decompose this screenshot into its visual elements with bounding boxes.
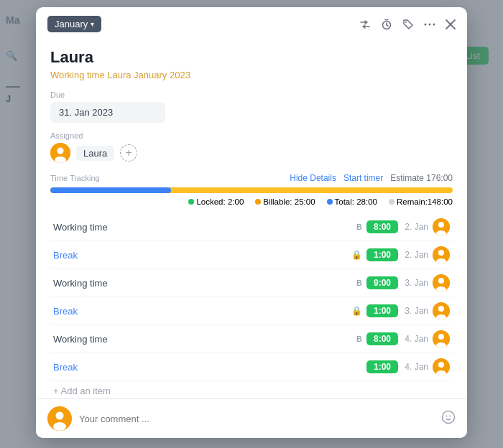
more-icon — [424, 23, 435, 26]
add-assignee-button[interactable]: + — [120, 144, 137, 162]
row-name: Working time — [53, 334, 147, 345]
emoji-button[interactable] — [441, 410, 456, 428]
row-name: Working time — [53, 278, 147, 289]
time-badge[interactable]: 8:00 — [366, 220, 398, 233]
table-row: Working time B 9:00 3. Jan — [50, 269, 453, 297]
task-modal: January ▾ — [36, 7, 467, 438]
tracking-rows-container: Working time B 8:00 2. Jan Break — [50, 213, 453, 398]
table-row: Break 🔒 1:00 2. Jan — [50, 241, 453, 269]
svg-point-28 — [53, 422, 66, 431]
row-avatar — [433, 330, 450, 347]
svg-point-6 — [57, 148, 64, 154]
progress-bar — [50, 187, 453, 193]
svg-point-15 — [438, 278, 444, 284]
time-badge[interactable]: 9:00 — [366, 276, 398, 289]
header-left: January ▾ — [47, 16, 101, 32]
svg-point-2 — [425, 23, 427, 25]
timer-icon — [381, 19, 392, 30]
row-name: Working time — [53, 222, 147, 233]
svg-point-30 — [446, 415, 448, 416]
shuffle-icon-button[interactable] — [359, 19, 371, 30]
svg-point-4 — [433, 23, 435, 25]
estimate-label: Estimate 176:00 — [390, 173, 453, 183]
stat-total: Total: 28:00 — [327, 197, 377, 206]
due-value[interactable]: 31. Jan 2023 — [50, 102, 165, 123]
tag-icon — [402, 19, 414, 30]
b-icon: B — [356, 223, 362, 231]
due-section: Due 31. Jan 2023 — [50, 90, 453, 131]
time-tracking-label: Time Tracking — [50, 174, 100, 182]
start-timer-link[interactable]: Start timer — [343, 173, 383, 183]
time-tracking-header: Time Tracking Hide Details Start timer E… — [50, 173, 453, 183]
time-tracking-actions: Hide Details Start timer Estimate 176:00 — [290, 173, 453, 183]
close-button[interactable] — [446, 19, 456, 29]
time-stats: Locked: 2:00 Billable: 25:00 Total: 28:0… — [50, 197, 453, 206]
svg-point-1 — [405, 22, 407, 23]
modal-backdrop: January ▾ — [0, 0, 503, 448]
time-badge[interactable]: 1:00 — [366, 360, 398, 373]
due-label: Due — [50, 90, 453, 99]
breadcrumb-label: January — [55, 19, 88, 29]
stat-remain: Remain:148:00 — [389, 197, 453, 206]
row-avatar — [433, 358, 450, 375]
date-label: 4. Jan — [402, 334, 428, 344]
more-options-button[interactable] — [424, 23, 435, 26]
table-row: Break 🔒 1:00 3. Jan — [50, 297, 453, 325]
svg-point-24 — [438, 362, 444, 368]
modal-body: Laura Working time Laura January 2023 Du… — [36, 38, 467, 398]
date-label: 2. Jan — [402, 222, 428, 232]
svg-point-3 — [429, 23, 431, 25]
date-label: 4. Jan — [402, 362, 428, 372]
emoji-icon — [441, 410, 456, 424]
svg-point-31 — [450, 415, 451, 416]
task-title: Laura — [50, 48, 453, 67]
close-icon — [446, 19, 456, 29]
row-avatar — [433, 218, 450, 235]
b-icon: B — [356, 335, 362, 343]
comment-input[interactable] — [79, 414, 434, 424]
stat-locked: Locked: 2:00 — [188, 197, 244, 206]
row-name: Break — [53, 306, 147, 317]
stat-billable: Billable: 25:00 — [255, 197, 315, 206]
chevron-down-icon: ▾ — [91, 20, 94, 28]
avatar — [50, 143, 70, 163]
date-label: 3. Jan — [402, 278, 428, 288]
progress-bar-fill — [50, 187, 171, 193]
assigned-label: Assigned — [50, 131, 453, 140]
add-item-row[interactable]: + Add an item — [50, 381, 453, 398]
lock-icon: 🔒 — [351, 306, 362, 316]
svg-point-27 — [56, 412, 64, 420]
hide-details-link[interactable]: Hide Details — [290, 173, 336, 183]
timer-icon-button[interactable] — [381, 19, 392, 30]
table-row: Break 1:00 4. Jan — [50, 353, 453, 381]
table-row: Working time B 8:00 4. Jan — [50, 325, 453, 353]
date-label: 2. Jan — [402, 250, 428, 260]
breadcrumb-button[interactable]: January ▾ — [47, 16, 101, 32]
shuffle-icon — [359, 19, 371, 30]
time-badge[interactable]: 1:00 — [366, 248, 398, 261]
time-badge[interactable]: 8:00 — [366, 332, 398, 345]
row-name: Break — [53, 250, 147, 261]
row-avatar — [433, 246, 450, 263]
svg-point-9 — [438, 222, 444, 228]
svg-point-18 — [438, 306, 444, 312]
row-avatar — [433, 274, 450, 291]
b-icon: B — [356, 279, 362, 287]
lock-icon: 🔒 — [351, 250, 362, 260]
header-icons — [359, 19, 456, 30]
comment-area — [36, 398, 467, 438]
svg-point-21 — [438, 334, 444, 340]
assignee-name[interactable]: Laura — [76, 146, 114, 161]
row-name: Break — [53, 362, 147, 373]
time-badge[interactable]: 1:00 — [366, 304, 398, 317]
assignee-row: Laura + — [50, 143, 453, 163]
svg-point-29 — [443, 411, 455, 423]
table-row: Working time B 8:00 2. Jan — [50, 213, 453, 241]
tag-icon-button[interactable] — [402, 19, 414, 30]
assigned-section: Assigned Laura + — [50, 131, 453, 163]
row-avatar — [433, 302, 450, 319]
comment-avatar — [47, 406, 72, 431]
add-item-label: + Add an item — [53, 386, 111, 396]
time-tracking-section: Time Tracking Hide Details Start timer E… — [50, 173, 453, 206]
modal-header: January ▾ — [36, 7, 467, 38]
